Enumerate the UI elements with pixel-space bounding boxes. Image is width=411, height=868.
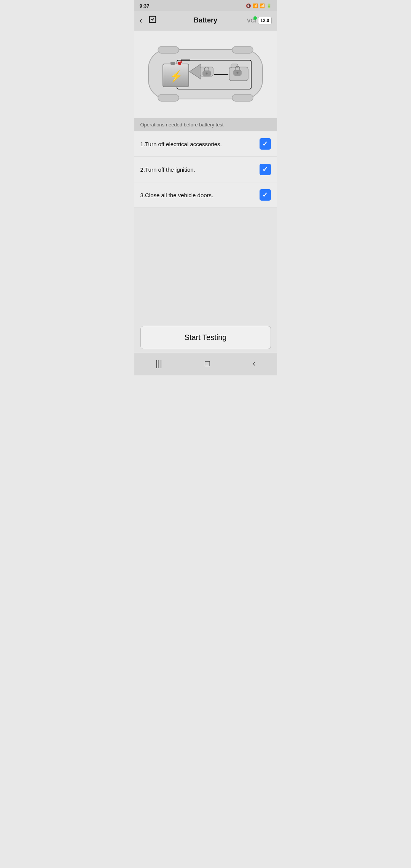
voltage-badge: 12.0 (258, 17, 271, 24)
header-left: ‹ (140, 15, 157, 26)
checklist: 1.Turn off electrical accessories. ✓ 2.T… (134, 131, 277, 208)
checkmark-3: ✓ (262, 191, 268, 198)
checkbox-3[interactable]: ✓ (260, 189, 271, 201)
checkmark-2: ✓ (262, 166, 268, 173)
start-button-wrap: Start Testing (134, 322, 277, 353)
checklist-item-3: 3.Close all the vehicle doors. ✓ (134, 182, 277, 208)
vci-badge: VCI (247, 17, 256, 24)
mute-icon: 🔇 (246, 3, 251, 8)
svg-rect-18 (231, 64, 238, 68)
svg-point-16 (206, 73, 208, 75)
checkbox-2[interactable]: ✓ (260, 164, 271, 175)
bottom-nav: ||| □ ‹ (134, 353, 277, 375)
checklist-text-1: 1.Turn off electrical accessories. (140, 141, 260, 147)
page-title: Battery (194, 16, 217, 24)
status-bar: 9:37 🔇 📶 📶 🔋 (134, 0, 277, 11)
start-testing-button[interactable]: Start Testing (140, 326, 271, 349)
vci-connected-dot (253, 16, 257, 20)
car-diagram: ⚡ (134, 30, 277, 118)
car-svg: ⚡ (141, 38, 270, 110)
status-icons: 🔇 📶 📶 🔋 (246, 3, 272, 8)
checklist-item-2: 2.Turn off the ignition. ✓ (134, 157, 277, 182)
header-right: VCI 12.0 (247, 17, 272, 24)
svg-rect-5 (232, 46, 253, 53)
checkmark-1: ✓ (262, 140, 268, 147)
section-label-text: Operations needed before battery test (140, 122, 224, 128)
section-label: Operations needed before battery test (134, 118, 277, 131)
svg-rect-8 (170, 62, 175, 65)
checkbox-1[interactable]: ✓ (260, 138, 271, 150)
status-time: 9:37 (140, 3, 150, 9)
menu-button[interactable]: ||| (148, 357, 170, 370)
svg-text:⚡: ⚡ (169, 70, 183, 83)
signal-icon: 📶 (260, 3, 265, 8)
back-button[interactable]: ‹ (140, 16, 142, 25)
share-button[interactable] (148, 15, 157, 26)
empty-area (134, 208, 277, 322)
checklist-item-1: 1.Turn off electrical accessories. ✓ (134, 131, 277, 157)
svg-point-20 (237, 72, 239, 74)
svg-rect-4 (158, 46, 179, 53)
wifi-icon: 📶 (253, 3, 258, 8)
svg-rect-2 (158, 94, 179, 101)
back-nav-button[interactable]: ‹ (245, 357, 263, 370)
svg-rect-3 (232, 94, 253, 101)
battery-icon: 🔋 (266, 3, 272, 8)
header: ‹ Battery VCI 12.0 (134, 11, 277, 30)
checklist-text-3: 3.Close all the vehicle doors. (140, 192, 260, 198)
checklist-text-2: 2.Turn off the ignition. (140, 166, 260, 173)
home-button[interactable]: □ (197, 357, 217, 370)
